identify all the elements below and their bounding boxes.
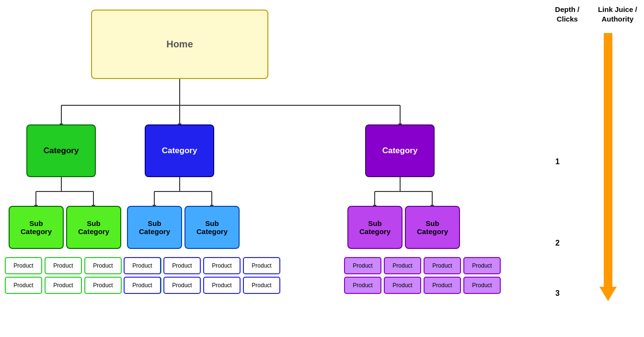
cat-blue-label: Category [162,146,197,156]
product-purple-1-4: Product [463,257,501,274]
diagram-area: Home Category Category Category Sub Cate… [0,0,548,337]
subcat-green-2-label: Sub Category [78,219,109,236]
category-green: Category [26,124,96,177]
subcat-green-1-label: Sub Category [21,219,52,236]
product-green-2-1: Product [5,277,42,294]
category-purple: Category [365,124,435,177]
product-purple-1-2: Product [384,257,421,274]
product-blue-2-2: Product [163,277,201,294]
product-green-2-2: Product [45,277,82,294]
product-blue-1-2: Product [163,257,201,274]
subcat-purple-1: Sub Category [347,206,402,249]
product-row-blue-1: Product Product Product Product [124,257,280,274]
sidebar: Depth / Clicks Link Juice / Authority 1 … [548,0,644,337]
product-green-2-3: Product [84,277,122,294]
product-purple-2-3: Product [424,277,461,294]
sidebar-headers: Depth / Clicks Link Juice / Authority [548,5,644,23]
product-purple-2-2: Product [384,277,421,294]
depth-label-1: 1 [555,157,560,166]
depth-label-2: 2 [555,239,560,247]
product-row-purple-2: Product Product Product Product [344,277,501,294]
subcat-purple-1-label: Sub Category [359,219,391,236]
depth-label-3: 3 [555,289,560,298]
cat-green-label: Category [44,146,79,156]
subcat-blue-2-label: Sub Category [196,219,228,236]
product-purple-2-1: Product [344,277,381,294]
product-blue-1-3: Product [203,257,241,274]
subcat-green-1: Sub Category [9,206,64,249]
product-green-1-3: Product [84,257,122,274]
product-blue-1-4: Product [243,257,280,274]
subcat-blue-1-label: Sub Category [139,219,170,236]
product-row-purple-1: Product Product Product Product [344,257,501,274]
arrow-head [599,287,617,301]
product-green-1-1: Product [5,257,42,274]
product-blue-1-1: Product [124,257,161,274]
depth-clicks-header: Depth / Clicks [555,5,579,23]
subcat-purple-2: Sub Category [405,206,460,249]
subcat-purple-2-label: Sub Category [417,219,448,236]
product-row-blue-2: Product Product Product Product [124,277,280,294]
subcat-green-2: Sub Category [66,206,121,249]
product-blue-2-4: Product [243,277,280,294]
home-label: Home [166,39,193,50]
arrow-body [604,33,612,287]
link-juice-arrow [601,33,615,301]
subcat-blue-2: Sub Category [184,206,240,249]
category-blue: Category [145,124,214,177]
product-blue-2-3: Product [203,277,241,294]
product-green-1-2: Product [45,257,82,274]
main-container: Home Category Category Category Sub Cate… [0,0,644,337]
subcat-blue-1: Sub Category [127,206,182,249]
link-juice-header: Link Juice / Authority [598,5,637,23]
product-purple-1-1: Product [344,257,381,274]
cat-purple-label: Category [382,146,418,156]
product-blue-2-1: Product [124,277,161,294]
product-purple-2-4: Product [463,277,501,294]
home-node: Home [91,10,268,79]
product-purple-1-3: Product [424,257,461,274]
